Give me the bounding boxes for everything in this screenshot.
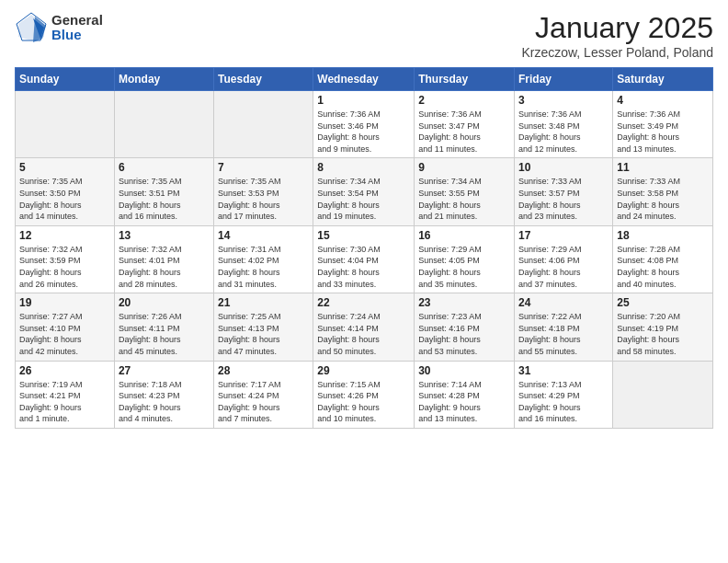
logo: General Blue	[15, 11, 103, 44]
calendar-cell: 2Sunrise: 7:36 AM Sunset: 3:47 PM Daylig…	[415, 91, 515, 158]
weekday-wednesday: Wednesday	[313, 68, 415, 91]
calendar-cell: 11Sunrise: 7:33 AM Sunset: 3:58 PM Dayli…	[613, 158, 713, 225]
calendar-cell: 3Sunrise: 7:36 AM Sunset: 3:48 PM Daylig…	[515, 91, 613, 158]
day-info: Sunrise: 7:24 AM Sunset: 4:14 PM Dayligh…	[317, 311, 410, 357]
day-number: 7	[218, 161, 309, 174]
day-info: Sunrise: 7:26 AM Sunset: 4:11 PM Dayligh…	[119, 311, 210, 357]
day-number: 16	[418, 229, 510, 242]
day-info: Sunrise: 7:18 AM Sunset: 4:23 PM Dayligh…	[119, 379, 210, 425]
day-number: 3	[518, 94, 609, 107]
calendar-cell: 17Sunrise: 7:29 AM Sunset: 4:06 PM Dayli…	[515, 225, 613, 293]
day-number: 13	[119, 229, 210, 242]
day-number: 10	[518, 161, 609, 174]
calendar-cell: 8Sunrise: 7:34 AM Sunset: 3:54 PM Daylig…	[313, 158, 415, 225]
weekday-friday: Friday	[515, 68, 613, 91]
day-info: Sunrise: 7:36 AM Sunset: 3:48 PM Dayligh…	[518, 109, 609, 155]
day-info: Sunrise: 7:15 AM Sunset: 4:26 PM Dayligh…	[317, 379, 410, 425]
day-number: 15	[317, 229, 410, 242]
day-info: Sunrise: 7:23 AM Sunset: 4:16 PM Dayligh…	[418, 311, 510, 357]
day-number: 4	[617, 94, 709, 107]
calendar-cell: 7Sunrise: 7:35 AM Sunset: 3:53 PM Daylig…	[214, 158, 313, 225]
day-number: 25	[617, 296, 709, 309]
logo-general: General	[51, 13, 103, 29]
calendar-cell: 25Sunrise: 7:20 AM Sunset: 4:19 PM Dayli…	[613, 293, 713, 361]
day-info: Sunrise: 7:32 AM Sunset: 3:59 PM Dayligh…	[19, 244, 110, 290]
day-info: Sunrise: 7:14 AM Sunset: 4:28 PM Dayligh…	[418, 379, 510, 425]
logo-text: General Blue	[51, 13, 103, 43]
weekday-header-row: SundayMondayTuesdayWednesdayThursdayFrid…	[16, 68, 713, 91]
calendar: SundayMondayTuesdayWednesdayThursdayFrid…	[15, 67, 713, 429]
week-row-5: 26Sunrise: 7:19 AM Sunset: 4:21 PM Dayli…	[16, 361, 713, 428]
day-info: Sunrise: 7:20 AM Sunset: 4:19 PM Dayligh…	[617, 311, 709, 357]
calendar-cell: 9Sunrise: 7:34 AM Sunset: 3:55 PM Daylig…	[415, 158, 515, 225]
calendar-cell: 10Sunrise: 7:33 AM Sunset: 3:57 PM Dayli…	[515, 158, 613, 225]
day-number: 29	[317, 364, 410, 377]
location: Krzeczow, Lesser Poland, Poland	[521, 45, 713, 60]
calendar-cell: 13Sunrise: 7:32 AM Sunset: 4:01 PM Dayli…	[114, 225, 213, 293]
calendar-cell: 20Sunrise: 7:26 AM Sunset: 4:11 PM Dayli…	[114, 293, 213, 361]
weekday-thursday: Thursday	[415, 68, 515, 91]
calendar-cell	[114, 91, 213, 158]
day-info: Sunrise: 7:19 AM Sunset: 4:21 PM Dayligh…	[19, 379, 110, 425]
day-info: Sunrise: 7:13 AM Sunset: 4:29 PM Dayligh…	[518, 379, 609, 425]
week-row-3: 12Sunrise: 7:32 AM Sunset: 3:59 PM Dayli…	[16, 225, 713, 293]
day-info: Sunrise: 7:34 AM Sunset: 3:54 PM Dayligh…	[317, 176, 410, 222]
calendar-cell	[16, 91, 115, 158]
day-info: Sunrise: 7:33 AM Sunset: 3:57 PM Dayligh…	[518, 176, 609, 222]
day-number: 14	[218, 229, 309, 242]
calendar-cell: 18Sunrise: 7:28 AM Sunset: 4:08 PM Dayli…	[613, 225, 713, 293]
day-number: 31	[518, 364, 609, 377]
header: General Blue January 2025 Krzeczow, Less…	[15, 11, 713, 60]
calendar-cell: 6Sunrise: 7:35 AM Sunset: 3:51 PM Daylig…	[114, 158, 213, 225]
calendar-cell: 28Sunrise: 7:17 AM Sunset: 4:24 PM Dayli…	[214, 361, 313, 428]
calendar-cell: 15Sunrise: 7:30 AM Sunset: 4:04 PM Dayli…	[313, 225, 415, 293]
calendar-cell: 24Sunrise: 7:22 AM Sunset: 4:18 PM Dayli…	[515, 293, 613, 361]
calendar-cell: 26Sunrise: 7:19 AM Sunset: 4:21 PM Dayli…	[16, 361, 115, 428]
title-block: January 2025 Krzeczow, Lesser Poland, Po…	[521, 11, 713, 60]
day-info: Sunrise: 7:35 AM Sunset: 3:51 PM Dayligh…	[119, 176, 210, 222]
weekday-tuesday: Tuesday	[214, 68, 313, 91]
week-row-4: 19Sunrise: 7:27 AM Sunset: 4:10 PM Dayli…	[16, 293, 713, 361]
day-number: 1	[317, 94, 410, 107]
calendar-cell: 21Sunrise: 7:25 AM Sunset: 4:13 PM Dayli…	[214, 293, 313, 361]
weekday-monday: Monday	[114, 68, 213, 91]
day-info: Sunrise: 7:34 AM Sunset: 3:55 PM Dayligh…	[418, 176, 510, 222]
day-info: Sunrise: 7:28 AM Sunset: 4:08 PM Dayligh…	[617, 244, 709, 290]
logo-icon	[15, 11, 48, 44]
day-info: Sunrise: 7:35 AM Sunset: 3:53 PM Dayligh…	[218, 176, 309, 222]
day-number: 6	[119, 161, 210, 174]
week-row-2: 5Sunrise: 7:35 AM Sunset: 3:50 PM Daylig…	[16, 158, 713, 225]
day-number: 24	[518, 296, 609, 309]
day-number: 18	[617, 229, 709, 242]
calendar-body: 1Sunrise: 7:36 AM Sunset: 3:46 PM Daylig…	[16, 91, 713, 429]
day-number: 27	[119, 364, 210, 377]
day-number: 26	[19, 364, 110, 377]
day-info: Sunrise: 7:35 AM Sunset: 3:50 PM Dayligh…	[19, 176, 110, 222]
logo-blue: Blue	[51, 28, 103, 43]
day-number: 30	[418, 364, 510, 377]
calendar-cell: 5Sunrise: 7:35 AM Sunset: 3:50 PM Daylig…	[16, 158, 115, 225]
calendar-cell: 30Sunrise: 7:14 AM Sunset: 4:28 PM Dayli…	[415, 361, 515, 428]
day-info: Sunrise: 7:36 AM Sunset: 3:47 PM Dayligh…	[418, 109, 510, 155]
day-number: 8	[317, 161, 410, 174]
calendar-cell	[214, 91, 313, 158]
day-number: 20	[119, 296, 210, 309]
calendar-cell: 31Sunrise: 7:13 AM Sunset: 4:29 PM Dayli…	[515, 361, 613, 428]
calendar-cell: 27Sunrise: 7:18 AM Sunset: 4:23 PM Dayli…	[114, 361, 213, 428]
day-number: 12	[19, 229, 110, 242]
day-info: Sunrise: 7:33 AM Sunset: 3:58 PM Dayligh…	[617, 176, 709, 222]
day-number: 21	[218, 296, 309, 309]
calendar-cell: 29Sunrise: 7:15 AM Sunset: 4:26 PM Dayli…	[313, 361, 415, 428]
calendar-cell: 4Sunrise: 7:36 AM Sunset: 3:49 PM Daylig…	[613, 91, 713, 158]
day-number: 22	[317, 296, 410, 309]
day-number: 17	[518, 229, 609, 242]
day-number: 11	[617, 161, 709, 174]
weekday-saturday: Saturday	[613, 68, 713, 91]
week-row-1: 1Sunrise: 7:36 AM Sunset: 3:46 PM Daylig…	[16, 91, 713, 158]
day-info: Sunrise: 7:36 AM Sunset: 3:46 PM Dayligh…	[317, 109, 410, 155]
day-number: 5	[19, 161, 110, 174]
calendar-cell: 16Sunrise: 7:29 AM Sunset: 4:05 PM Dayli…	[415, 225, 515, 293]
month-title: January 2025	[521, 11, 713, 45]
day-info: Sunrise: 7:32 AM Sunset: 4:01 PM Dayligh…	[119, 244, 210, 290]
page: General Blue January 2025 Krzeczow, Less…	[0, 0, 728, 563]
